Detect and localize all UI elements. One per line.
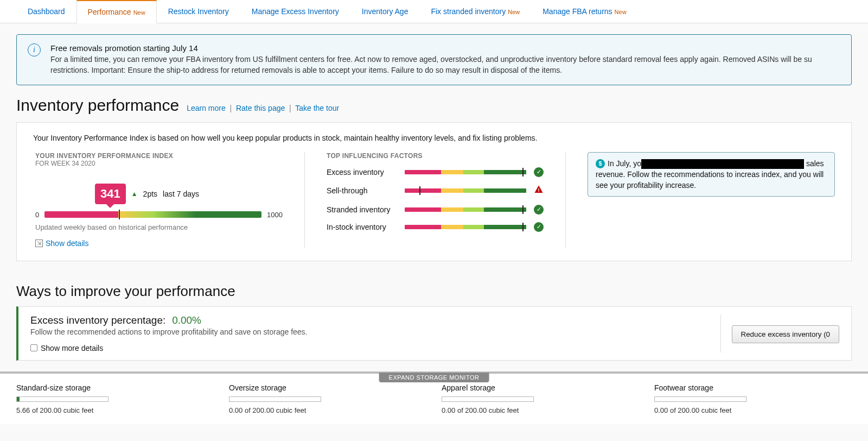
ipi-score-row: 341 ▲ 2pts last 7 days [95, 184, 283, 204]
storage-oversize: Oversize storage 0.00 of 200.00 cubic fe… [221, 383, 434, 414]
check-icon: ✓ [534, 167, 544, 177]
tab-label: Manage Excess Inventory [252, 7, 339, 16]
storage-bar [442, 396, 534, 402]
tab-label: Manage FBA returns [542, 7, 612, 16]
factor-marker [419, 186, 420, 195]
tab-label: Fix stranded inventory [431, 7, 506, 16]
new-badge: New [133, 9, 145, 16]
ipi-section: YOUR INVENTORY PERFORMANCE INDEX FOR WEE… [33, 152, 283, 248]
ipi-updated-text: Updated weekly based on historical perfo… [35, 223, 283, 231]
ipi-subheader: FOR WEEK 34 2020 [35, 160, 283, 167]
expand-storage-monitor-button[interactable]: EXPAND STORAGE MONITOR [379, 373, 489, 382]
storage-bar [16, 396, 108, 402]
storage-text: 0.00 of 200.00 cubic feet [654, 406, 851, 414]
factor-sell-through: Sell-through ! [327, 185, 544, 197]
storage-standard-size: Standard-size storage 5.66 of 200.00 cub… [9, 383, 221, 414]
warning-icon: ! [534, 185, 544, 197]
metrics-row: YOUR INVENTORY PERFORMANCE INDEX FOR WEE… [33, 152, 835, 248]
ipi-bar [44, 211, 261, 218]
check-icon: ✓ [534, 205, 544, 215]
ipi-bar-row: 0 1000 [35, 211, 283, 219]
factors-section: TOP INFLUENCING FACTORS Excess inventory… [327, 152, 544, 248]
storage-label: Standard-size storage [16, 383, 213, 392]
storage-label: Footwear storage [654, 383, 851, 392]
redacted-block [641, 159, 804, 169]
take-tour-link[interactable]: Take the tour [295, 104, 339, 112]
tab-label: Inventory Age [362, 7, 409, 16]
excess-description: Follow the recommended actions to improv… [30, 327, 710, 336]
storage-text: 0.00 of 200.00 cubic feet [229, 406, 426, 414]
tab-restock-inventory[interactable]: Restock Inventory [157, 0, 240, 23]
excess-left: Excess inventory percentage: 0.00% Follo… [30, 314, 710, 352]
excess-inventory-card: Excess inventory percentage: 0.00% Follo… [16, 306, 852, 361]
factor-label: In-stock inventory [327, 223, 397, 231]
rate-page-link[interactable]: Rate this page [236, 104, 285, 112]
divider [720, 314, 721, 352]
tabs-bar: Dashboard PerformanceNew Restock Invento… [0, 0, 868, 23]
show-details-link[interactable]: ⇲ Show details [35, 239, 283, 248]
show-details-label: Show details [46, 239, 88, 248]
tab-fix-stranded-inventory[interactable]: Fix stranded inventoryNew [419, 0, 531, 23]
factor-bar [405, 170, 526, 174]
svg-text:!: ! [538, 187, 540, 192]
factors-header: TOP INFLUENCING FACTORS [327, 152, 544, 160]
improve-header: Ways to improve your performance [16, 283, 852, 300]
dollar-icon: $ [596, 159, 605, 168]
factor-bar [405, 207, 526, 212]
ipi-change: 2pts [143, 190, 157, 198]
banner-title: Free removals promotion starting July 14 [50, 43, 840, 53]
storage-text: 0.00 of 200.00 cubic feet [442, 406, 639, 414]
checkbox-icon [30, 344, 37, 351]
banner-content: Free removals promotion starting July 14… [50, 43, 840, 76]
tip-section: $In July, yo sales revenue. Follow the r… [588, 152, 835, 248]
divider [565, 152, 566, 248]
page-header: Inventory performance Learn more | Rate … [16, 96, 852, 115]
ipi-scale-max: 1000 [267, 211, 283, 219]
tip-box: $In July, yo sales revenue. Follow the r… [588, 152, 835, 197]
tab-inventory-age[interactable]: Inventory Age [350, 0, 420, 23]
ipi-marker [119, 210, 120, 219]
factor-stranded-inventory: Stranded inventory ✓ [327, 205, 544, 215]
factor-marker [522, 168, 524, 177]
factor-label: Stranded inventory [327, 205, 397, 214]
show-more-label: Show more details [41, 344, 103, 352]
ipi-scale-min: 0 [35, 211, 39, 219]
excess-title: Excess inventory percentage: [30, 314, 165, 326]
tab-dashboard[interactable]: Dashboard [16, 0, 76, 23]
learn-more-link[interactable]: Learn more [187, 104, 226, 112]
tab-label: Restock Inventory [168, 7, 229, 16]
factor-marker [522, 205, 524, 214]
storage-bar [654, 396, 746, 402]
factor-bar [405, 188, 526, 193]
new-badge: New [508, 9, 520, 15]
tab-manage-excess-inventory[interactable]: Manage Excess Inventory [240, 0, 350, 23]
ipi-score-bubble: 341 [95, 184, 126, 204]
factor-marker [522, 223, 524, 231]
header-links: Learn more | Rate this page | Take the t… [187, 104, 339, 112]
storage-apparel: Apparel storage 0.00 of 200.00 cubic fee… [434, 383, 647, 414]
ipi-card: Your Inventory Performance Index is base… [16, 122, 852, 261]
factor-label: Sell-through [327, 186, 397, 195]
storage-label: Apparel storage [442, 383, 639, 392]
show-more-details-toggle[interactable]: Show more details [30, 344, 710, 352]
excess-value: 0.00% [172, 314, 201, 326]
ipi-period: last 7 days [163, 190, 199, 198]
divider [304, 152, 305, 248]
storage-fill [17, 397, 20, 401]
info-icon: i [28, 43, 41, 56]
tab-performance[interactable]: PerformanceNew [76, 0, 157, 23]
storage-footwear: Footwear storage 0.00 of 200.00 cubic fe… [647, 383, 859, 414]
up-arrow-icon: ▲ [131, 190, 138, 198]
banner-body: For a limited time, you can remove your … [50, 54, 840, 76]
tab-label: Dashboard [28, 7, 65, 16]
factor-bar [405, 225, 526, 229]
tab-manage-fba-returns[interactable]: Manage FBA returnsNew [531, 0, 637, 23]
expand-icon: ⇲ [35, 240, 43, 247]
reduce-excess-inventory-button[interactable]: Reduce excess inventory (0 [732, 325, 839, 343]
storage-text: 5.66 of 200.00 cubic feet [16, 406, 213, 414]
check-icon: ✓ [534, 222, 544, 232]
info-banner: i Free removals promotion starting July … [16, 34, 852, 85]
storage-monitor-section: EXPAND STORAGE MONITOR Standard-size sto… [0, 371, 868, 424]
new-badge: New [615, 9, 627, 15]
factor-instock-inventory: In-stock inventory ✓ [327, 222, 544, 232]
